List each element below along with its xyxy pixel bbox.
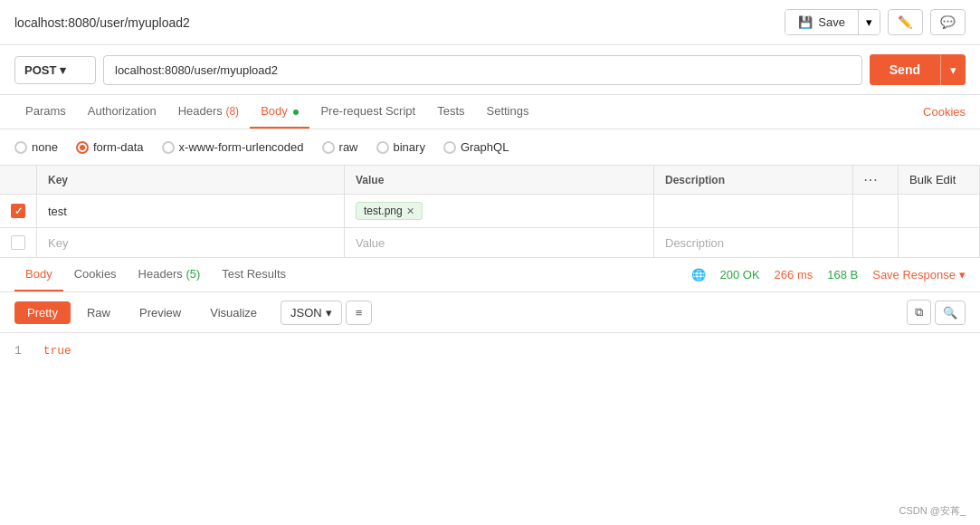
response-status: 🌐 200 OK 266 ms 168 B Save Response ▾ xyxy=(691,268,966,282)
save-response-label: Save Response xyxy=(872,268,956,282)
row1-more-cell xyxy=(853,195,899,228)
search-icon[interactable]: 🔍 xyxy=(935,301,966,325)
status-time: 266 ms xyxy=(775,268,813,282)
th-value: Value xyxy=(345,166,654,195)
radio-raw[interactable]: raw xyxy=(322,140,358,154)
tab-pre-request[interactable]: Pre-request Script xyxy=(309,95,426,129)
row2-checkbox-cell xyxy=(0,228,37,258)
row2-desc-cell[interactable]: Description xyxy=(654,228,853,258)
table-row: Key Value Description xyxy=(0,228,980,258)
response-body: 1 true xyxy=(0,333,980,406)
radio-graphql[interactable]: GraphQL xyxy=(443,140,509,154)
radio-binary[interactable]: binary xyxy=(376,140,425,154)
format-tab-raw[interactable]: Raw xyxy=(74,301,123,324)
response-body-value: true xyxy=(43,344,71,358)
tab-body[interactable]: Body xyxy=(250,95,309,129)
radio-label-graphql: GraphQL xyxy=(461,140,509,154)
url-input[interactable] xyxy=(103,55,862,85)
row1-value-cell: test.png ✕ xyxy=(345,195,654,228)
th-description-label: Description xyxy=(665,174,725,186)
row1-file-remove-icon[interactable]: ✕ xyxy=(406,205,414,217)
radio-label-urlencoded: x-www-form-urlencoded xyxy=(179,140,304,154)
row2-value-cell[interactable]: Value xyxy=(345,228,654,258)
th-key-label: Key xyxy=(48,174,68,186)
tab-settings[interactable]: Settings xyxy=(476,95,540,129)
row2-desc-placeholder: Description xyxy=(665,236,724,250)
radio-form-data[interactable]: form-data xyxy=(76,140,144,154)
row1-file-tag: test.png ✕ xyxy=(356,202,423,220)
radio-circle-binary xyxy=(376,141,389,154)
save-button-group: 💾 Save ▾ xyxy=(785,9,880,35)
tab-tests[interactable]: Tests xyxy=(426,95,475,129)
table-row: test test.png ✕ xyxy=(0,195,980,228)
format-tab-visualize[interactable]: Visualize xyxy=(197,301,270,324)
body-dot-indicator xyxy=(293,110,299,115)
radio-urlencoded[interactable]: x-www-form-urlencoded xyxy=(162,140,304,154)
bulk-edit-label[interactable]: Bulk Edit xyxy=(909,173,956,186)
copy-icon[interactable]: ⧉ xyxy=(907,300,931,325)
th-more: ··· xyxy=(853,166,899,195)
th-value-label: Value xyxy=(356,174,384,186)
three-dots-icon[interactable]: ··· xyxy=(864,174,879,186)
body-type-row: none form-data x-www-form-urlencoded raw… xyxy=(0,129,980,166)
request-tabs: Params Authorization Headers (8) Body Pr… xyxy=(0,95,980,129)
title-bar: localhost:8080/user/myupload2 💾 Save ▾ ✏… xyxy=(0,0,980,45)
radio-circle-none xyxy=(14,141,27,154)
tab-body-label: Body xyxy=(261,104,288,118)
save-button[interactable]: 💾 Save xyxy=(785,10,858,34)
cookies-link[interactable]: Cookies xyxy=(923,96,966,128)
format-tab-pretty[interactable]: Pretty xyxy=(14,301,71,324)
response-tab-headers[interactable]: Headers (5) xyxy=(128,258,212,291)
row1-key-value: test xyxy=(48,205,67,218)
format-tab-preview[interactable]: Preview xyxy=(127,301,194,324)
radio-circle-graphql xyxy=(443,141,456,154)
send-button[interactable]: Send xyxy=(870,54,940,85)
table-header-row: Key Value Description ··· Bulk Edit xyxy=(0,166,980,195)
format-filter-icon[interactable]: ≡ xyxy=(346,301,373,325)
format-type-dropdown[interactable]: JSON ▾ xyxy=(281,301,342,325)
save-response-chevron-icon: ▾ xyxy=(959,268,966,282)
tab-headers-badge: (8) xyxy=(225,105,239,118)
tab-headers-label: Headers xyxy=(178,104,223,118)
row2-more-cell xyxy=(853,228,899,258)
save-chevron-button[interactable]: ▾ xyxy=(858,10,880,34)
row2-key-placeholder: Key xyxy=(48,236,68,250)
body-table: Key Value Description ··· Bulk Edit xyxy=(0,166,980,257)
row1-checkbox-cell xyxy=(0,195,37,228)
radio-label-none: none xyxy=(32,140,58,154)
response-tab-body[interactable]: Body xyxy=(14,258,63,291)
response-tab-headers-badge: (5) xyxy=(186,267,200,281)
save-disk-icon: 💾 xyxy=(798,15,813,29)
row2-value-placeholder: Value xyxy=(356,236,385,250)
format-bar: Pretty Raw Preview Visualize JSON ▾ ≡ ⧉ … xyxy=(0,292,980,333)
response-tab-cookies[interactable]: Cookies xyxy=(63,258,128,291)
row1-filename: test.png xyxy=(364,205,403,217)
format-type-chevron-icon: ▾ xyxy=(326,306,332,320)
radio-label-raw: raw xyxy=(339,140,358,154)
comment-icon-button[interactable]: 💬 xyxy=(930,9,966,35)
request-body-table-section: Key Value Description ··· Bulk Edit xyxy=(0,166,980,258)
tab-params[interactable]: Params xyxy=(14,95,77,129)
row2-key-cell[interactable]: Key xyxy=(37,228,345,258)
status-code: 200 OK xyxy=(720,268,760,282)
response-tab-test-results[interactable]: Test Results xyxy=(211,258,297,291)
format-type-label: JSON xyxy=(290,306,322,320)
method-select[interactable]: POST ▾ xyxy=(14,56,96,84)
radio-none[interactable]: none xyxy=(14,140,58,154)
row1-desc-cell xyxy=(654,195,853,228)
globe-icon: 🌐 xyxy=(691,268,706,282)
checkbox-unchecked[interactable] xyxy=(11,235,25,250)
url-bar: POST ▾ Send ▾ xyxy=(0,45,980,95)
checkbox-checked[interactable] xyxy=(11,204,25,218)
send-chevron-button[interactable]: ▾ xyxy=(940,55,966,85)
response-tab-headers-label: Headers xyxy=(138,267,183,281)
title-actions: 💾 Save ▾ ✏️ 💬 xyxy=(785,9,966,35)
row2-bulk-cell xyxy=(899,228,980,258)
save-response-button[interactable]: Save Response ▾ xyxy=(872,268,966,282)
row1-key-cell: test xyxy=(37,195,345,228)
tab-authorization[interactable]: Authorization xyxy=(77,95,167,129)
radio-label-binary: binary xyxy=(394,140,425,154)
edit-icon-button[interactable]: ✏️ xyxy=(888,9,923,35)
tab-headers[interactable]: Headers (8) xyxy=(167,95,250,129)
line-number: 1 xyxy=(14,344,22,358)
